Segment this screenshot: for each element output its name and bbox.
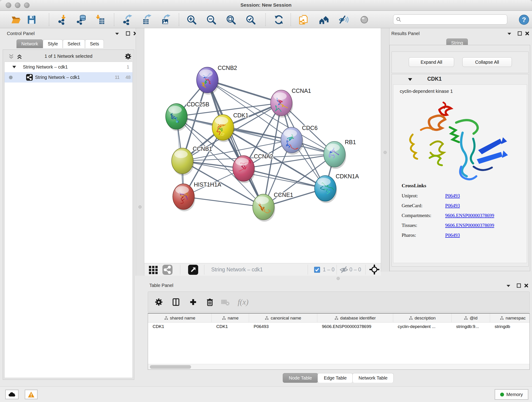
network-collection-row[interactable]: String Network – cdk1 1 [5,62,133,72]
left-splitter[interactable] [136,28,144,276]
network-row-selected[interactable]: String Network – cdk1 11 48 [5,72,133,83]
tab-network[interactable]: Network [17,39,43,48]
tab-select[interactable]: Select [63,39,85,48]
tab-node-table[interactable]: Node Table [283,373,318,383]
tab-sets[interactable]: Sets [85,39,104,48]
table-cell[interactable]: stringdb:9... [456,324,479,329]
grid-view-icon[interactable] [148,265,158,275]
close-panel-icon[interactable] [525,31,530,37]
export-table-icon[interactable] [141,14,153,26]
warnings-button[interactable] [25,390,38,399]
zoom-fit-icon[interactable] [225,14,237,26]
delete-column-icon[interactable] [204,296,215,308]
table-cell[interactable]: P06493 [254,324,269,329]
node-CDC25B[interactable]: CDC25B [166,101,209,131]
import-network-file-icon[interactable] [57,14,69,26]
column-header-shared-name[interactable]: shared name [148,313,212,322]
selected-checkbox[interactable] [314,267,320,274]
expand-all-button[interactable]: Expand All [409,57,454,67]
tab-network-table[interactable]: Network Table [352,373,394,383]
import-network-database-icon[interactable] [76,14,87,26]
column-header-database-identifier[interactable]: database identifier [317,313,393,322]
node-CDK1[interactable]: CDK1 [212,112,249,142]
string-network-graph[interactable]: CCNB2CCNA1CDC25BCDK1CDC6RB1CCNB1CCNA2CDK… [144,28,381,263]
splitter-handle[interactable] [336,277,340,280]
node-CCNE1[interactable]: CCNE1 [253,191,293,222]
column-header-description[interactable]: description [393,313,452,322]
table-settings-gear-icon[interactable] [153,296,165,308]
node-RB1[interactable]: RB1 [324,139,356,169]
horizontal-scrollbar[interactable] [148,364,530,370]
node-label-CDKN1A: CDKN1A [336,173,359,179]
import-table-file-icon[interactable] [94,14,106,26]
float-panel-icon[interactable] [126,31,131,37]
column-label: description [415,316,436,321]
table-cell[interactable]: stringdb [495,324,510,329]
export-image-icon[interactable] [160,14,172,26]
zoom-in-icon[interactable] [186,14,197,26]
crosslink-link[interactable]: P06493 [445,232,460,238]
right-splitter[interactable] [381,28,389,272]
column-header-namespac[interactable]: namespac [490,313,530,322]
cdk1-section: CDK1 cyclin-dependent kinase 1 [392,74,529,267]
panel-menu-icon[interactable] [506,283,511,289]
search-input[interactable] [393,14,507,25]
show-columns-icon[interactable] [170,296,182,308]
zoom-selected-icon[interactable] [245,14,256,26]
collapse-all-button[interactable]: Collapse All [462,57,512,67]
birds-eye-view-icon[interactable] [369,264,380,275]
home-networks-icon[interactable] [318,14,330,26]
table-cell[interactable]: cyclin-dependent ... [398,324,436,329]
open-in-window-icon[interactable] [188,265,198,276]
node-CCNB1[interactable]: CCNB1 [172,146,212,176]
splitter-handle[interactable] [138,205,142,209]
tab-edge-table[interactable]: Edge Table [317,373,353,383]
crosslink-link[interactable]: P06493 [445,203,460,208]
float-panel-icon[interactable] [516,283,521,289]
column-header-name[interactable]: name [212,313,249,322]
network-canvas[interactable]: CCNB2CCNA1CDC25BCDK1CDC6RB1CCNB1CCNA2CDK… [144,28,381,263]
save-session-icon[interactable] [26,14,37,26]
node-table[interactable]: shared namenamecanonical namedatabase id… [148,313,530,370]
table-cell[interactable]: CDK1 [216,324,228,329]
crosslink-link[interactable]: 9606.ENSP00000378699 [445,223,494,228]
column-header-@id[interactable]: @id [452,313,490,322]
splitter-handle[interactable] [384,151,387,154]
node-CDC6[interactable]: CDC6 [281,125,317,155]
scrollbar-thumb[interactable] [150,365,191,369]
add-column-icon[interactable] [187,296,199,308]
open-session-icon[interactable] [10,14,22,26]
node-HIST1H1A[interactable]: HIST1H1A [173,181,221,211]
float-panel-icon[interactable] [517,31,522,37]
toolbar-separator [291,13,291,26]
tab-style[interactable]: Style [43,39,63,48]
section-collapse-icon[interactable] [407,77,413,83]
edge-CCNA2-CDKN1A[interactable] [244,168,325,188]
horizontal-splitter[interactable] [144,276,532,281]
node-CDKN1A[interactable]: CDKN1A [315,173,359,203]
export-network-icon[interactable] [122,14,133,26]
help-icon[interactable]: ? [518,14,530,26]
crosslink-link[interactable]: 9606.ENSP00000378699 [445,213,494,218]
memory-button[interactable]: Memory [495,389,528,400]
crosslink-link[interactable]: P06493 [445,193,460,198]
edge-HIST1H1A-CCNE1[interactable] [184,197,264,207]
close-panel-icon[interactable] [524,283,529,289]
show-eye-icon[interactable] [359,14,370,26]
panel-menu-icon[interactable] [114,31,120,37]
hide-selected-icon[interactable] [338,14,349,26]
refresh-view-icon[interactable] [273,14,285,26]
cloud-button[interactable] [5,390,19,399]
node-CCNB2[interactable]: CCNB2 [196,65,237,95]
network-options-gear-icon[interactable] [124,53,132,61]
panel-menu-icon[interactable] [507,31,512,37]
search-icon [396,17,401,22]
table-cell[interactable]: CDK1 [152,324,164,329]
column-header-canonical-name[interactable]: canonical name [249,313,317,322]
clone-network-icon[interactable] [298,14,309,26]
string-network-badge-icon[interactable] [162,265,172,276]
edge-CCNB2-CCNE1[interactable] [207,80,264,207]
zoom-out-icon[interactable] [206,14,217,26]
node-CCNA1[interactable]: CCNA1 [271,88,311,118]
table-cell[interactable]: 9606.ENSP00000378699 [322,324,371,329]
